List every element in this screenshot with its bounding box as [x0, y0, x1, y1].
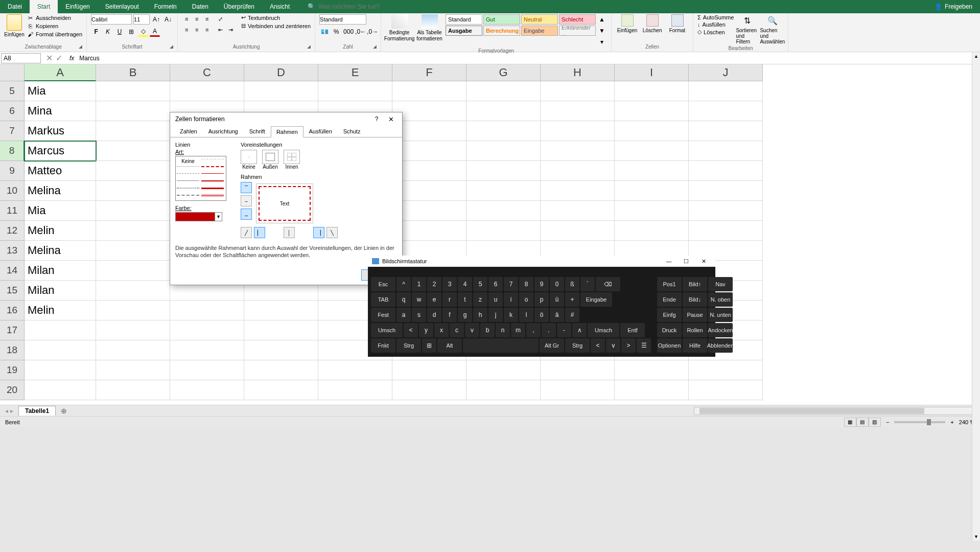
osk-key[interactable]: Fnkt	[371, 338, 395, 353]
underline-button[interactable]: U	[114, 27, 125, 37]
border-top-button[interactable]: ⎺	[241, 182, 252, 193]
cell-B15[interactable]	[96, 281, 170, 301]
cell-J8[interactable]	[689, 141, 763, 161]
currency-button[interactable]: 💶	[319, 27, 330, 37]
cell-C20[interactable]	[170, 380, 244, 400]
osk-key[interactable]: >	[621, 338, 636, 353]
cell-F5[interactable]	[392, 81, 466, 101]
cell-B10[interactable]	[96, 181, 170, 201]
cell-I12[interactable]	[615, 221, 689, 241]
osk-key[interactable]: y	[419, 323, 433, 337]
cell-style-ausgabe[interactable]: Ausgabe	[446, 26, 482, 36]
vertical-scrollbar[interactable]: ▲ ▼	[972, 52, 980, 541]
tab-datei[interactable]: Datei	[0, 0, 30, 13]
cell-A5[interactable]: Mia	[25, 81, 96, 101]
osk-nav-key[interactable]: Bild↓	[683, 292, 707, 307]
cell-G20[interactable]	[466, 380, 541, 400]
cell-A6[interactable]: Mina	[25, 101, 96, 121]
osk-key[interactable]: ä	[550, 308, 564, 322]
cell-G6[interactable]	[466, 101, 541, 121]
cell-J12[interactable]	[689, 221, 763, 241]
row-header-10[interactable]: 10	[0, 181, 25, 201]
cell-H5[interactable]	[541, 81, 615, 101]
osk-key[interactable]: ö	[534, 308, 549, 322]
format-as-table-button[interactable]: Als Tabelle formatieren	[415, 14, 444, 47]
osk-nav-key[interactable]: N. oben	[708, 292, 733, 307]
osk-key[interactable]: v	[465, 323, 479, 337]
osk-nav-key[interactable]: Pause	[683, 308, 707, 322]
dtab-schrift[interactable]: Schrift	[244, 126, 271, 137]
osk-key[interactable]: c	[450, 323, 464, 337]
cell-F20[interactable]	[392, 380, 466, 400]
cell-A18[interactable]	[25, 340, 96, 360]
osk-key[interactable]: d	[427, 308, 441, 322]
formula-input[interactable]	[77, 55, 980, 62]
osk-key[interactable]: Umsch	[588, 323, 619, 337]
osk-key[interactable]: k	[504, 308, 518, 322]
name-box[interactable]	[1, 53, 41, 63]
osk-nav-key[interactable]: Nav	[708, 277, 733, 291]
cell-H10[interactable]	[541, 181, 615, 201]
cell-A7[interactable]: Markus	[25, 121, 96, 141]
cell-F7[interactable]	[392, 121, 466, 141]
clipboard-dialog-launcher[interactable]: ◢	[79, 44, 85, 50]
cell-J9[interactable]	[689, 161, 763, 181]
tab-ueberpruefen[interactable]: Überprüfen	[216, 0, 262, 13]
cut-button[interactable]: ✂Ausschneiden	[27, 14, 82, 21]
osk-key[interactable]: f	[442, 308, 457, 322]
page-layout-view-button[interactable]: ▤	[856, 418, 869, 427]
horizontal-scrollbar[interactable]	[694, 407, 980, 415]
osk-nav-key[interactable]: Pos1	[657, 277, 682, 291]
osk-key[interactable]: ∨	[606, 338, 620, 353]
share-button[interactable]: 👤 Freigeben	[935, 3, 972, 10]
osk-key[interactable]: 7	[504, 277, 518, 291]
osk-key[interactable]: p	[534, 292, 549, 307]
select-all-corner[interactable]	[0, 64, 25, 81]
clear-button[interactable]: ◇Löschen	[697, 29, 734, 35]
row-header-15[interactable]: 15	[0, 281, 25, 301]
cell-E5[interactable]	[318, 81, 392, 101]
osk-key[interactable]: t	[458, 292, 472, 307]
autosum-button[interactable]: ΣAutoSumme	[697, 14, 734, 20]
cell-H12[interactable]	[541, 221, 615, 241]
fx-icon[interactable]: fx	[66, 55, 77, 62]
osk-key[interactable]: u	[488, 292, 503, 307]
osk-key[interactable]: 1	[412, 277, 426, 291]
col-header-G[interactable]: G	[466, 64, 541, 81]
border-right-button[interactable]: ▕	[313, 227, 324, 238]
cell-style-gut[interactable]: Gut	[483, 14, 520, 25]
cell-J11[interactable]	[689, 201, 763, 221]
increase-font-button[interactable]: A↑	[151, 14, 161, 25]
row-header-19[interactable]: 19	[0, 360, 25, 380]
cell-B17[interactable]	[96, 320, 170, 340]
osk-key[interactable]: b	[480, 323, 495, 337]
osk-key[interactable]: Strg	[396, 338, 421, 353]
align-bottom-button[interactable]: ≡	[202, 14, 212, 24]
cell-A20[interactable]	[25, 380, 96, 400]
cell-C19[interactable]	[170, 360, 244, 380]
cell-G7[interactable]	[466, 121, 541, 141]
decrease-font-button[interactable]: A↓	[163, 14, 173, 25]
osk-nav-key[interactable]: Einfg	[657, 308, 682, 322]
col-header-I[interactable]: I	[615, 64, 689, 81]
cell-D19[interactable]	[244, 360, 318, 380]
cell-A9[interactable]: Matteo	[25, 161, 96, 181]
thousands-button[interactable]: 000	[343, 27, 353, 37]
tab-ansicht[interactable]: Ansicht	[262, 0, 297, 13]
cell-J10[interactable]	[689, 181, 763, 201]
border-button[interactable]: ⊞	[126, 27, 136, 37]
osk-key[interactable]: h	[473, 308, 487, 322]
font-dialog-launcher[interactable]: ◢	[170, 44, 176, 50]
border-hmid-button[interactable]: –	[241, 195, 252, 206]
osk-nav-key[interactable]: Optionen	[657, 338, 682, 353]
cell-B5[interactable]	[96, 81, 170, 101]
osk-key[interactable]: 2	[427, 277, 441, 291]
cell-F19[interactable]	[392, 360, 466, 380]
osk-nav-key[interactable]: Bild↑	[683, 277, 707, 291]
line-style-palette[interactable]: Keine	[175, 156, 226, 201]
osk-key[interactable]: Esc	[371, 277, 395, 291]
osk-key[interactable]: #	[565, 308, 579, 322]
cell-C18[interactable]	[170, 340, 244, 360]
cell-D16[interactable]	[244, 301, 318, 320]
osk-key[interactable]: 4	[458, 277, 472, 291]
